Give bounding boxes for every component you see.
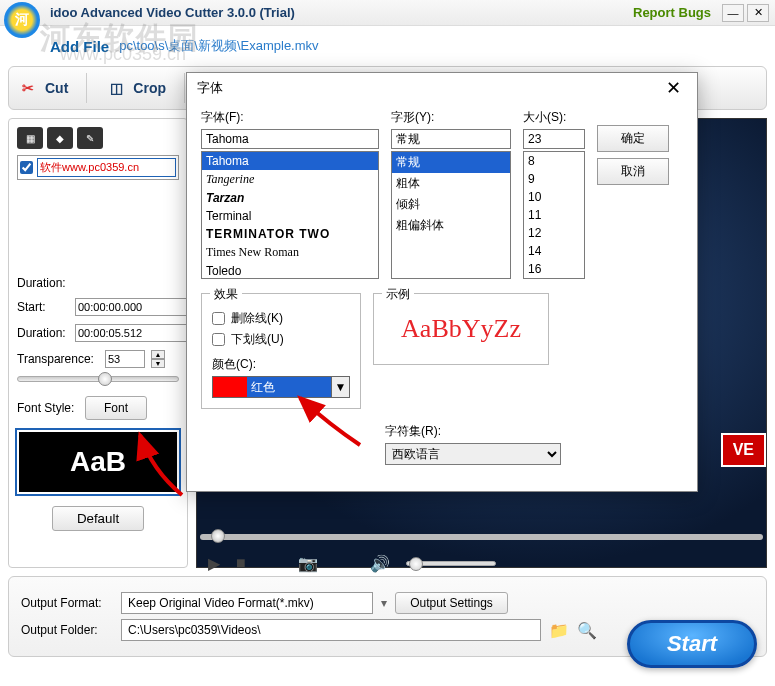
default-button[interactable]: Default (52, 506, 144, 531)
color-value: 红色 (247, 377, 331, 397)
size-item[interactable]: 14 (524, 242, 584, 260)
addfile-row: Add File pc\too\s\桌面\新视频\Example.mkv (0, 26, 775, 66)
font-columns: 字体(F): Tahoma Tangerine Tarzan Terminal … (201, 109, 683, 279)
dialog-title: 字体 (197, 79, 223, 97)
left-icon-row: ▦ ◆ ✎ (17, 127, 179, 149)
transparence-slider-thumb[interactable] (98, 372, 112, 386)
font-item-tangerine[interactable]: Tangerine (202, 170, 378, 189)
size-item[interactable]: 9 (524, 170, 584, 188)
sample-legend: 示例 (382, 286, 414, 303)
style-item-bolditalic[interactable]: 粗偏斜体 (392, 215, 510, 236)
tool-icon-1[interactable]: ▦ (17, 127, 43, 149)
ok-button[interactable]: 确定 (597, 125, 669, 152)
sample-groupbox: 示例 AaBbYyZz (373, 293, 549, 365)
charset-label: 字符集(R): (385, 423, 683, 440)
camera-icon[interactable]: 📷 (298, 554, 318, 573)
font-input[interactable] (201, 129, 379, 149)
style-column: 字形(Y): 常规 粗体 倾斜 粗偏斜体 (391, 109, 511, 279)
watermark-text-value[interactable]: 软件www.pc0359.cn (37, 158, 176, 177)
duration-label: Duration: (17, 326, 69, 340)
app-logo-icon: 河 (4, 2, 40, 38)
size-label: 大小(S): (523, 109, 585, 126)
start-button[interactable]: Start (627, 620, 757, 668)
search-icon[interactable]: 🔍 (577, 621, 597, 640)
size-item[interactable]: 11 (524, 206, 584, 224)
font-list[interactable]: Tahoma Tangerine Tarzan Terminal TERMINA… (201, 151, 379, 279)
watermark-item-row: 软件www.pc0359.cn (17, 155, 179, 180)
style-label: 字形(Y): (391, 109, 511, 126)
crop-icon: ◫ (105, 77, 127, 99)
style-item-regular[interactable]: 常规 (392, 152, 510, 173)
folder-open-icon[interactable]: 📁 (549, 621, 569, 640)
start-label: Start: (17, 300, 69, 314)
font-item-times[interactable]: Times New Roman (202, 243, 378, 262)
dialog-titlebar: 字体 ✕ (187, 73, 697, 103)
transparence-spinner[interactable]: ▲▼ (151, 350, 165, 368)
font-button[interactable]: Font (85, 396, 147, 420)
play-icon[interactable]: ▶ (208, 554, 220, 573)
charset-select[interactable]: 西欧语言 (385, 443, 561, 465)
timeline-slider[interactable] (200, 534, 763, 540)
color-dropdown-icon[interactable]: ▼ (331, 377, 349, 397)
volume-thumb[interactable] (409, 557, 423, 571)
font-item-tahoma[interactable]: Tahoma (202, 152, 378, 170)
output-format-dropdown-icon[interactable]: ▾ (381, 596, 387, 610)
sample-text: AaBbYyZz (384, 314, 538, 344)
output-format-row: Output Format: ▾ Output Settings Start (21, 592, 754, 614)
transparence-label: Transparence: (17, 352, 99, 366)
font-item-terminal[interactable]: Terminal (202, 207, 378, 225)
app-title: idoo Advanced Video Cutter 3.0.0 (Trial) (50, 5, 295, 20)
style-item-bold[interactable]: 粗体 (392, 173, 510, 194)
style-list[interactable]: 常规 粗体 倾斜 粗偏斜体 (391, 151, 511, 279)
playback-controls: ▶ ■ 📷 🔊 (200, 548, 763, 578)
font-item-terminator[interactable]: TERMINATOR TWO (202, 225, 378, 243)
strike-checkbox[interactable] (212, 312, 225, 325)
style-input[interactable] (391, 129, 511, 149)
transparence-slider[interactable] (17, 376, 179, 382)
minimize-button[interactable]: — (722, 4, 744, 22)
font-label: 字体(F): (201, 109, 379, 126)
effect-groupbox: 效果 删除线(K) 下划线(U) 颜色(C): 红色 ▼ (201, 293, 361, 409)
effect-legend: 效果 (210, 286, 242, 303)
charset-row: 字符集(R): 西欧语言 (385, 409, 683, 465)
output-format-input[interactable] (121, 592, 373, 614)
report-bugs-link[interactable]: Report Bugs (633, 5, 711, 20)
stop-icon[interactable]: ■ (236, 554, 246, 572)
font-item-tarzan[interactable]: Tarzan (202, 189, 378, 207)
tool-icon-2[interactable]: ◆ (47, 127, 73, 149)
start-row: Start: ▲▼ (17, 298, 179, 316)
output-settings-button[interactable]: Output Settings (395, 592, 508, 614)
underline-checkbox[interactable] (212, 333, 225, 346)
underline-row: 下划线(U) (212, 331, 350, 348)
volume-icon[interactable]: 🔊 (370, 554, 390, 573)
dialog-close-button[interactable]: ✕ (660, 77, 687, 99)
close-button[interactable]: ✕ (747, 4, 769, 22)
watermark-checkbox[interactable] (20, 161, 33, 174)
size-item[interactable]: 16 (524, 260, 584, 278)
size-item[interactable]: 10 (524, 188, 584, 206)
output-folder-label: Output Folder: (21, 623, 113, 637)
font-item-toledo[interactable]: Toledo (202, 262, 378, 279)
timeline-thumb[interactable] (211, 529, 225, 543)
left-panel: ▦ ◆ ✎ 软件www.pc0359.cn Duration: Start: ▲… (8, 118, 188, 568)
addfile-label[interactable]: Add File (50, 38, 109, 55)
addfile-path: pc\too\s\桌面\新视频\Example.mkv (119, 37, 318, 55)
font-dialog: 字体 ✕ 字体(F): Tahoma Tangerine Tarzan Term… (186, 72, 698, 492)
size-list[interactable]: 8 9 10 11 12 14 16 (523, 151, 585, 279)
output-folder-input[interactable] (121, 619, 541, 641)
transparence-input[interactable] (105, 350, 145, 368)
tool-icon-3[interactable]: ✎ (77, 127, 103, 149)
style-item-italic[interactable]: 倾斜 (392, 194, 510, 215)
bottom-panel: Output Format: ▾ Output Settings Start O… (8, 576, 767, 657)
cancel-button[interactable]: 取消 (597, 158, 669, 185)
volume-slider[interactable] (406, 561, 496, 566)
color-combo[interactable]: 红色 ▼ (212, 376, 350, 398)
size-input[interactable] (523, 129, 585, 149)
size-item[interactable]: 8 (524, 152, 584, 170)
video-live-badge: VE (721, 433, 766, 467)
crop-button[interactable]: ◫ Crop (105, 77, 166, 99)
size-item[interactable]: 12 (524, 224, 584, 242)
cut-button[interactable]: ✂ Cut (17, 77, 68, 99)
transparence-row: Transparence: ▲▼ (17, 350, 179, 368)
duration-header: Duration: (17, 276, 179, 290)
